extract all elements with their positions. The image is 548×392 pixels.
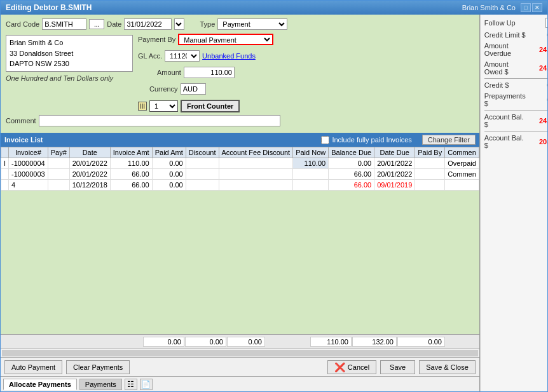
amount-words: One Hundred and Ten Dollars only xyxy=(6,74,133,82)
col-header-arrow xyxy=(1,147,9,158)
window-title: Editing Debtor B.SMITH xyxy=(6,3,92,12)
credit-limit-value: 0.00 xyxy=(526,31,547,39)
form-row-1: Card Code ... Date ▼ Type Payment xyxy=(6,18,474,30)
row-paidby xyxy=(415,180,445,191)
credit-limit-label: Credit Limit $ xyxy=(484,31,526,39)
amount-row: Amount xyxy=(138,67,474,78)
date-dropdown[interactable]: ▼ xyxy=(174,18,184,30)
follow-up-label: Follow Up xyxy=(484,19,516,27)
cancel-button[interactable]: ❌ Cancel xyxy=(327,360,376,374)
row-pay xyxy=(48,180,69,191)
address-box: Brian Smith & Co 33 Donaldson Street DAP… xyxy=(6,35,133,72)
col-header-paidby: Paid By xyxy=(415,147,445,158)
account-bal2-row: Account Bal. $ 203.58 xyxy=(484,133,547,150)
row-datedue: 20/01/2022 xyxy=(374,158,415,169)
col-header-pay: Pay# xyxy=(48,147,69,158)
include-paid-container: Include fully paid Invoices xyxy=(321,136,411,144)
ill-select[interactable]: 1 xyxy=(149,100,178,112)
invoice-table-wrapper[interactable]: Invoice# Pay# Date Invoice Amt Paid Amt … xyxy=(1,147,479,334)
payment-by-row: Payment By Manual Payment xyxy=(138,34,474,45)
row-pay xyxy=(48,158,69,169)
horizontal-scrollbar[interactable] xyxy=(1,348,479,357)
row-paidnow xyxy=(293,180,329,191)
close-button[interactable]: ✕ xyxy=(532,3,542,12)
title-bar-right: Brian Smith & Co □ ✕ xyxy=(462,3,542,12)
amount-owed-label: Amount Owed $ xyxy=(484,60,526,76)
payment-by-label: Payment By xyxy=(138,36,175,43)
comment-label: Comment xyxy=(6,117,36,125)
currency-input[interactable] xyxy=(181,83,206,95)
divider2 xyxy=(484,110,547,111)
bottom-buttons-row: Auto Payment Clear Payments ❌ Cancel Sav… xyxy=(1,357,479,376)
col-header-discount: Discount xyxy=(186,147,219,158)
cancel-icon: ❌ xyxy=(334,362,345,372)
tab-allocate-payments[interactable]: Allocate Payments xyxy=(3,379,77,390)
card-code-input[interactable] xyxy=(42,18,86,30)
restore-button[interactable]: □ xyxy=(521,3,531,12)
total-baldue: 132.00 xyxy=(352,337,397,347)
change-filter-button[interactable]: Change Filter xyxy=(422,135,476,145)
divider1 xyxy=(484,78,547,79)
col-header-acctfee: Account Fee Discount xyxy=(219,147,293,158)
row-paidnow xyxy=(293,169,329,180)
type-label: Type xyxy=(200,20,215,28)
table-header-row: Invoice# Pay# Date Invoice Amt Paid Amt … xyxy=(1,147,479,158)
save-close-button[interactable]: Save & Close xyxy=(419,360,476,374)
currency-label: Currency xyxy=(149,85,178,93)
amount-overdue-row: Amount Overdue 242.00 xyxy=(484,41,547,58)
prepayments-label: Prepayments $ xyxy=(484,92,526,107)
title-bar-controls: □ ✕ xyxy=(521,3,542,12)
card-code-dots-btn[interactable]: ... xyxy=(89,19,104,29)
row-invoice: 4 xyxy=(9,180,48,191)
amount-overdue-label: Amount Overdue xyxy=(484,42,526,57)
front-counter-button[interactable]: Front Counter xyxy=(181,100,240,112)
unbanked-funds-link[interactable]: Unbanked Funds xyxy=(202,52,256,60)
credit-value: 0.00 xyxy=(526,81,547,89)
amount-input[interactable] xyxy=(184,67,235,78)
date-label: Date xyxy=(107,20,121,28)
total-last: 0.00 xyxy=(397,337,445,347)
row-acctfee xyxy=(219,158,293,169)
row-acctfee xyxy=(219,169,293,180)
gl-acc-select[interactable]: 11120 xyxy=(165,50,200,62)
row-arrow xyxy=(1,169,9,180)
amount-overdue-value: 242.00 xyxy=(526,46,547,53)
main-content: Card Code ... Date ▼ Type Payment Br xyxy=(1,15,547,391)
include-paid-checkbox[interactable] xyxy=(321,136,329,144)
account-bal-row: Account Bal. $ 242.00 xyxy=(484,112,547,129)
row-acctfee xyxy=(219,180,293,191)
type-select[interactable]: Payment xyxy=(217,18,287,30)
row-baldue: 66.00 xyxy=(329,169,374,180)
gl-acc-label: GL Acc. xyxy=(138,52,162,60)
payment-fields: Payment By Manual Payment GL Acc. 11120 … xyxy=(138,32,474,115)
auto-payment-button[interactable]: Auto Payment xyxy=(4,360,62,374)
payment-by-select[interactable]: Manual Payment xyxy=(178,34,273,45)
ill-row: Ill 1 Front Counter xyxy=(138,100,474,112)
cancel-label: Cancel xyxy=(348,363,369,371)
comment-input[interactable] xyxy=(39,115,280,126)
amount-label: Amount xyxy=(157,69,181,76)
tab-icon-table[interactable]: ☷ xyxy=(125,379,137,390)
col-header-comment: Commen xyxy=(445,147,479,158)
col-header-invoice: Invoice# xyxy=(9,147,48,158)
save-button[interactable]: Save xyxy=(380,360,415,374)
row-paidnow: 110.00 xyxy=(293,158,329,169)
row-discount xyxy=(186,169,219,180)
tab-icon-document[interactable]: 📄 xyxy=(140,379,153,390)
account-bal2-value: 203.58 xyxy=(526,138,547,145)
right-panel: Follow Up ... Credit Limit $ 0.00 Amount… xyxy=(480,15,547,391)
row-pay xyxy=(48,169,69,180)
address-line3: DAPTO NSW 2530 xyxy=(10,58,129,69)
row-date: 20/01/2022 xyxy=(69,169,110,180)
row-baldue: 66.00 xyxy=(329,180,374,191)
follow-up-dots[interactable]: ... xyxy=(545,18,547,28)
row-baldue: 0.00 xyxy=(329,158,374,169)
include-paid-label: Include fully paid Invoices xyxy=(332,136,411,144)
col-header-paidamt: Paid Amt xyxy=(152,147,186,158)
amount-owed-value: 242.00 xyxy=(526,64,547,72)
account-bal-label: Account Bal. $ xyxy=(484,113,526,128)
date-input[interactable] xyxy=(124,18,172,30)
ill-label: Ill xyxy=(138,102,147,111)
clear-payments-button[interactable]: Clear Payments xyxy=(66,360,130,374)
tab-payments[interactable]: Payments xyxy=(79,379,122,390)
